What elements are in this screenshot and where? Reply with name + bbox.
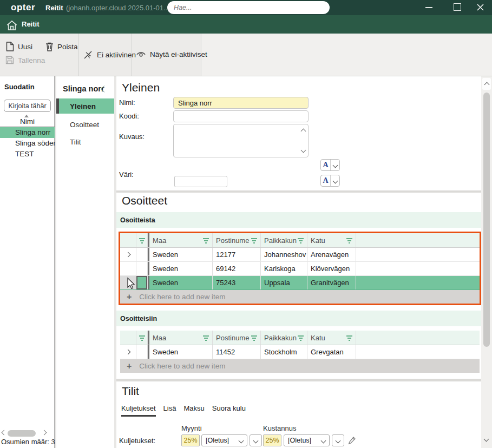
font-color-button-top[interactable]: A [320,159,340,171]
toolbar-separator [132,34,132,76]
table-row-selected[interactable]: Sweden 75243 Uppsala Granitvägen [120,276,480,290]
hscroll-left-arrow[interactable] [2,430,7,436]
filter-icon[interactable] [251,335,258,341]
column-header-postinumero[interactable]: Postinume [213,331,261,345]
trash-icon [45,42,54,51]
filter-icon[interactable] [251,238,258,243]
sales-extra-dropdown[interactable] [250,434,262,446]
column-header-katu[interactable]: Katu [307,331,356,345]
list-item-slinga-norr[interactable]: Slinga norr [0,127,55,138]
scroll-up-button[interactable] [482,78,491,90]
hscroll-right-arrow[interactable] [42,430,47,436]
inactive-button[interactable]: Ei aktiivinen [83,50,136,60]
filter-icon[interactable] [202,335,209,341]
table-row[interactable]: Sweden 69142 Karlskoga Klövervägen [120,262,480,276]
column-header-maa[interactable]: Maa [148,331,213,345]
filter-icon[interactable] [139,335,146,341]
scroll-down-button[interactable] [484,437,489,442]
add-new-item-row[interactable]: + Click here to add new item [120,359,480,373]
row-expander[interactable] [120,262,136,275]
table-row[interactable]: Sweden 11452 Stockholm Grevgatan [120,345,480,359]
list-item-slinga-soder[interactable]: Slinga söder [0,138,55,149]
to-addresses-table: Maa Postinume Paikkakun Katu Sweden 1145… [120,331,480,373]
header-filter-cell[interactable] [136,233,148,247]
app-window: opter Reitit (johanh.opter.cloud 2025.01… [0,0,492,448]
detail-nav-panel: Slinga norr Yleinen Osoitteet Tilit [56,76,114,448]
search-input[interactable] [174,4,323,11]
sales-vat-field[interactable]: 25% [181,434,200,446]
filter-icon[interactable] [202,238,209,243]
sales-account-select[interactable]: [Oletus] [201,434,247,446]
new-document-icon [6,42,14,51]
column-header-paikkakunta[interactable]: Paikkakun [261,233,307,247]
table-row[interactable]: Sweden 12177 Johanneshov Arenavägen [120,248,480,262]
column-header-katu[interactable]: Katu [307,233,356,247]
column-header-postinumero[interactable]: Postinume [213,233,261,247]
environment-label: (johanh.opter.cloud 2025.01-01... [66,4,169,12]
tab-reitit[interactable]: Reitit [22,20,40,28]
header-filter-cell[interactable] [136,331,148,345]
home-icon[interactable] [6,20,18,31]
delete-button[interactable]: Poista [45,42,78,51]
name-field[interactable] [173,97,309,109]
tab-kuljetukset[interactable]: Kuljetukset [121,404,156,417]
tab-maksu[interactable]: Maksu [183,404,204,417]
global-search[interactable] [167,1,330,14]
cost-vat-field[interactable]: 25% [263,434,281,446]
font-color-button-bottom[interactable]: A [320,175,340,187]
save-icon [5,56,14,64]
section-divider [116,190,481,193]
scroll-down-icon[interactable] [301,148,306,153]
column-header-nimi[interactable]: Nimi [0,117,55,126]
show-inactive-button[interactable]: Näytä ei-aktiiviset [136,50,207,58]
chevron-down-icon [239,438,244,443]
cost-extra-dropdown[interactable] [332,434,344,446]
nav-item-tilit[interactable]: Tilit [56,135,114,149]
table-header-row: Maa Postinume Paikkakun Katu [120,331,480,345]
hscroll-thumb[interactable] [8,430,36,437]
minimize-button[interactable] [425,7,432,8]
plus-icon: + [127,361,132,371]
description-field[interactable] [173,124,309,157]
maximize-button[interactable] [454,3,461,11]
code-field[interactable] [173,110,309,122]
row-expander[interactable] [120,248,136,261]
filter-panel: Suodatin Nimi Slinga norr Slinga söder T… [0,76,55,448]
save-button[interactable]: Tallenna [5,56,45,64]
filter-input[interactable] [4,100,51,112]
list-item-test[interactable]: TEST [0,149,55,160]
row-expander[interactable] [120,345,136,359]
chevron-down-icon[interactable] [331,163,339,167]
toolbar: Uusi Poista Tallenna Ei aktiivinen [0,34,492,76]
filter-icon[interactable] [297,335,304,341]
section-divider [116,379,481,381]
tab-suora-kulu[interactable]: Suora kulu [212,404,246,417]
column-header-paikkakunta[interactable]: Paikkakun [261,331,307,345]
new-button[interactable]: Uusi [6,42,32,51]
toolbar-separator [201,34,201,76]
filter-icon[interactable] [346,238,353,243]
tilit-tabs: Kuljetukset Lisä Maksu Suora kulu [121,404,246,417]
vscroll-thumb[interactable] [483,93,490,347]
scroll-up-icon[interactable] [301,129,306,134]
header-expander-cell [120,331,136,345]
close-button[interactable] [476,3,485,12]
chevron-down-icon[interactable] [331,179,339,183]
cost-account-select[interactable]: [Oletus] [284,434,330,446]
detail-title: Slinga norr [63,84,104,93]
edit-pencil-icon[interactable] [348,436,356,445]
color-label: Väri: [119,170,134,179]
filter-icon[interactable] [346,335,353,341]
nav-item-osoitteet[interactable]: Osoitteet [56,117,114,131]
table-header-row: Maa Postinume Paikkakun Katu [120,233,480,248]
nav-item-yleinen[interactable]: Yleinen [56,98,114,114]
column-header-maa[interactable]: Maa [148,233,213,247]
tab-lisa[interactable]: Lisä [163,404,176,417]
add-new-item-row[interactable]: + Click here to add new item [120,290,480,304]
selected-row-marker [136,276,148,289]
name-label: Nimi: [119,98,135,107]
color-field[interactable] [174,176,227,187]
titlebar-module-label: Reitit [45,4,63,12]
filter-icon[interactable] [297,238,304,243]
filter-icon[interactable] [139,238,146,243]
